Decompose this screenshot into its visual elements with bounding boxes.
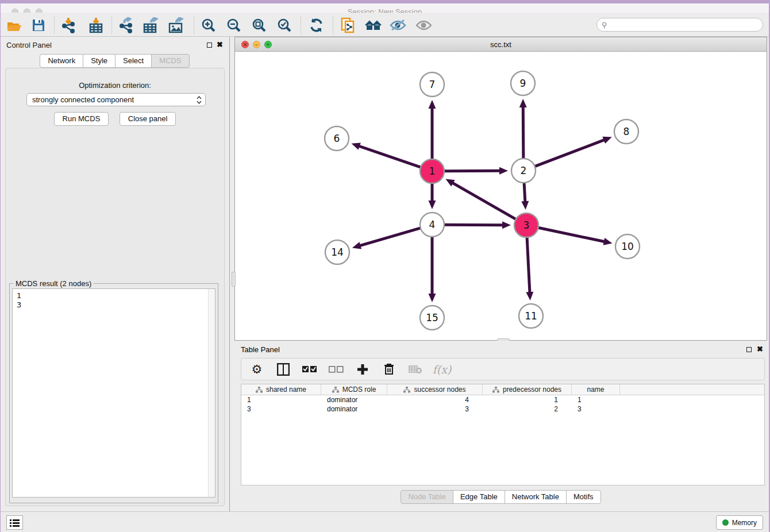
task-history-button[interactable] bbox=[6, 515, 23, 530]
edge-2-to-3[interactable] bbox=[524, 183, 525, 202]
table-settings-icon[interactable]: ⚙ bbox=[249, 362, 264, 377]
node-label-8: 8 bbox=[623, 126, 630, 137]
hide-selected-icon[interactable] bbox=[389, 17, 407, 34]
edge-arrowhead bbox=[429, 294, 436, 302]
column-label: predecessor nodes bbox=[503, 385, 561, 394]
column-header-predecessor-nodes[interactable]: predecessor nodes bbox=[483, 384, 572, 395]
import-table-icon[interactable] bbox=[87, 17, 105, 34]
edge-4-to-3[interactable] bbox=[444, 225, 503, 225]
close-panel-button[interactable]: Close panel bbox=[120, 112, 176, 126]
cell-name[interactable]: 3 bbox=[572, 404, 620, 414]
tab-style[interactable]: Style bbox=[83, 54, 116, 68]
cell-shared-name[interactable]: 1 bbox=[241, 395, 321, 404]
edge-1-to-6[interactable] bbox=[359, 146, 421, 167]
tab-edge-table[interactable]: Edge Table bbox=[453, 490, 505, 504]
node-label-7: 7 bbox=[429, 79, 436, 90]
select-all-icon[interactable] bbox=[302, 362, 317, 377]
column-type-icon bbox=[256, 387, 263, 393]
cell-name[interactable]: 1 bbox=[572, 395, 620, 404]
memory-button[interactable]: Memory bbox=[716, 515, 763, 530]
close-panel-icon[interactable]: ✖ bbox=[217, 41, 223, 49]
show-all-icon[interactable] bbox=[364, 17, 383, 34]
tab-node-table[interactable]: Node Table bbox=[401, 490, 453, 504]
table-panel-title: Table Panel bbox=[241, 345, 280, 354]
optimization-criterion-select[interactable]: strongly connected component bbox=[26, 93, 206, 106]
tab-select[interactable]: Select bbox=[115, 54, 152, 68]
zoom-selected-icon[interactable] bbox=[275, 17, 294, 34]
cell-MCDS-role[interactable]: dominator bbox=[321, 404, 387, 414]
column-header-MCDS-role[interactable]: MCDS role bbox=[321, 384, 387, 395]
run-mcds-button[interactable]: Run MCDS bbox=[54, 112, 109, 126]
add-column-icon[interactable] bbox=[355, 362, 370, 377]
network-graph[interactable]: 7968124314101511 bbox=[235, 52, 767, 340]
edge-arrowhead bbox=[603, 238, 613, 245]
mcds-result-textarea[interactable]: 13 bbox=[12, 288, 215, 498]
function-builder-icon[interactable]: f(x) bbox=[434, 362, 449, 377]
column-type-icon bbox=[403, 387, 410, 393]
edge-arrowhead bbox=[429, 201, 436, 209]
export-network-icon[interactable] bbox=[117, 17, 135, 34]
zoom-in-icon[interactable] bbox=[199, 17, 218, 34]
deselect-all-icon[interactable] bbox=[329, 362, 344, 377]
mcds-result-title: MCDS result (2 nodes) bbox=[13, 279, 94, 288]
column-type-icon bbox=[332, 387, 339, 393]
tab-motifs[interactable]: Motifs bbox=[566, 490, 601, 504]
column-header-successor-nodes[interactable]: successor nodes bbox=[387, 384, 483, 395]
column-header-name[interactable]: name bbox=[572, 384, 620, 395]
edge-3-to-11[interactable] bbox=[527, 237, 530, 293]
network-view-window: ✕ − + scc.txt 7968124314101511 bbox=[234, 37, 767, 341]
edge-4-to-14[interactable] bbox=[359, 228, 420, 246]
zoom-fit-icon[interactable] bbox=[250, 17, 268, 34]
cell-shared-name[interactable]: 3 bbox=[241, 404, 321, 414]
splitter-grip-vertical[interactable] bbox=[232, 272, 236, 287]
edge-1-to-2[interactable] bbox=[444, 171, 500, 171]
table-close-icon[interactable]: ✖ bbox=[757, 345, 763, 353]
refresh-icon[interactable] bbox=[307, 17, 326, 34]
show-hidden-icon[interactable] bbox=[415, 17, 433, 34]
toolbar-separator bbox=[111, 16, 112, 34]
save-session-icon[interactable] bbox=[29, 17, 48, 34]
import-network-icon[interactable] bbox=[59, 17, 78, 34]
cell-successor-nodes[interactable]: 4 bbox=[387, 395, 483, 404]
title-bar: Session: New Session bbox=[1, 0, 769, 13]
control-panel-title: Control Panel bbox=[6, 41, 52, 49]
edge-3-to-10[interactable] bbox=[538, 228, 605, 241]
search-box[interactable]: ⚲ bbox=[596, 18, 763, 32]
network-canvas[interactable]: 7968124314101511 bbox=[235, 52, 767, 340]
cell-successor-nodes[interactable]: 3 bbox=[387, 404, 483, 414]
delete-table-icon[interactable] bbox=[408, 362, 423, 377]
zoom-out-icon[interactable] bbox=[225, 17, 243, 34]
cell-predecessor-nodes[interactable]: 2 bbox=[483, 404, 572, 414]
float-panel-icon[interactable] bbox=[207, 43, 212, 48]
edge-2-to-8[interactable] bbox=[535, 140, 605, 166]
tab-network[interactable]: Network bbox=[40, 54, 83, 68]
network-window-titlebar[interactable]: ✕ − + scc.txt bbox=[235, 37, 767, 52]
edge-arrowhead bbox=[602, 137, 611, 144]
edge-arrowhead bbox=[526, 292, 533, 300]
table-row[interactable]: 3dominator323 bbox=[241, 404, 764, 414]
delete-column-icon[interactable] bbox=[382, 362, 396, 377]
tab-mcds[interactable]: MCDS bbox=[151, 54, 189, 68]
edge-3-to-1[interactable] bbox=[452, 183, 516, 219]
column-label: shared name bbox=[266, 385, 306, 394]
cell-MCDS-role[interactable]: dominator bbox=[321, 395, 387, 404]
cell-predecessor-nodes[interactable]: 1 bbox=[483, 395, 572, 404]
node-label-9: 9 bbox=[520, 78, 526, 89]
node-label-2: 2 bbox=[521, 165, 527, 176]
result-scrollbar[interactable] bbox=[208, 289, 215, 497]
export-image-icon[interactable] bbox=[167, 17, 186, 34]
open-session-icon[interactable] bbox=[5, 17, 24, 34]
tab-network-table[interactable]: Network Table bbox=[505, 490, 567, 504]
search-input[interactable] bbox=[610, 21, 763, 29]
edge-2-to-9[interactable] bbox=[523, 106, 523, 159]
table-float-icon[interactable] bbox=[746, 347, 752, 352]
new-network-from-selection-icon[interactable] bbox=[339, 17, 357, 34]
edge-arrowhead bbox=[429, 100, 436, 109]
export-table-icon[interactable] bbox=[142, 17, 160, 34]
table-row[interactable]: 1dominator411 bbox=[241, 395, 764, 404]
edge-arrowhead bbox=[352, 242, 361, 249]
node-label-1: 1 bbox=[429, 165, 436, 177]
column-selector-icon[interactable] bbox=[276, 362, 291, 377]
column-header-shared-name[interactable]: shared name bbox=[241, 384, 321, 395]
node-label-11: 11 bbox=[525, 310, 537, 322]
